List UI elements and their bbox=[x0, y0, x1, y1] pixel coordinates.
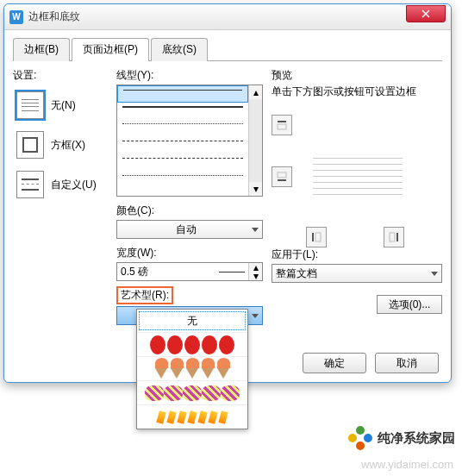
preview-bottom-border-button[interactable] bbox=[272, 166, 292, 187]
svg-rect-6 bbox=[396, 233, 398, 241]
art-dropdown-option-apples[interactable] bbox=[137, 332, 247, 356]
chevron-down-icon bbox=[431, 272, 438, 276]
app-icon: W bbox=[9, 10, 23, 24]
brand-text: 纯净系统家园 bbox=[378, 430, 455, 447]
line-style-label: 线型(Y): bbox=[116, 68, 263, 83]
svg-rect-7 bbox=[390, 233, 395, 241]
tab-strip: 边框(B) 页面边框(P) 底纹(S) bbox=[13, 37, 442, 61]
line-style-list[interactable]: ▴ ▾ bbox=[116, 85, 263, 197]
color-combo[interactable]: 自动 bbox=[116, 220, 263, 239]
color-value: 自动 bbox=[121, 222, 252, 237]
preview-right-border-button[interactable] bbox=[384, 227, 404, 247]
setting-box[interactable]: 方框(X) bbox=[13, 128, 108, 162]
setting-custom-icon bbox=[16, 171, 44, 198]
line-style-option[interactable] bbox=[117, 120, 248, 137]
tab-shading[interactable]: 底纹(S) bbox=[151, 38, 208, 61]
setting-none-icon bbox=[16, 91, 44, 119]
settings-column: 设置: 无(N) 方框(X) 自定义(U) bbox=[13, 68, 108, 344]
brand-badge: 纯净系统家园 bbox=[348, 426, 455, 450]
chevron-down-icon bbox=[252, 314, 259, 318]
spin-down-button[interactable]: ▾ bbox=[249, 272, 262, 280]
width-preview-line bbox=[219, 272, 245, 272]
art-dropdown[interactable]: 无 bbox=[136, 309, 248, 429]
preview-left-border-button[interactable] bbox=[306, 227, 327, 247]
width-value: 0.5 磅 bbox=[117, 265, 219, 279]
art-dropdown-option-icecream[interactable] bbox=[137, 356, 247, 380]
svg-rect-5 bbox=[315, 233, 321, 241]
line-scrollbar[interactable]: ▴ ▾ bbox=[248, 85, 262, 196]
ok-button[interactable]: 确定 bbox=[303, 353, 366, 373]
close-button[interactable] bbox=[406, 5, 446, 22]
chevron-down-icon bbox=[252, 228, 259, 232]
line-style-option[interactable] bbox=[117, 172, 248, 189]
line-style-option[interactable] bbox=[117, 154, 248, 172]
preview-top-border-button[interactable] bbox=[272, 115, 292, 135]
svg-rect-1 bbox=[278, 124, 286, 129]
svg-rect-2 bbox=[278, 179, 286, 181]
svg-rect-4 bbox=[312, 233, 314, 241]
width-spinner[interactable]: 0.5 磅 ▴ ▾ bbox=[116, 262, 263, 281]
svg-rect-0 bbox=[278, 121, 286, 122]
close-icon bbox=[421, 9, 430, 18]
scroll-down-button[interactable]: ▾ bbox=[249, 182, 262, 196]
tab-page-border[interactable]: 页面边框(P) bbox=[72, 38, 149, 61]
style-column: 线型(Y): ▴ ▾ 颜色( bbox=[116, 68, 263, 344]
setting-custom-label: 自定义(U) bbox=[51, 178, 97, 192]
settings-label: 设置: bbox=[13, 68, 108, 83]
art-dropdown-option-candy[interactable] bbox=[137, 404, 247, 429]
setting-box-icon bbox=[16, 131, 44, 159]
setting-none[interactable]: 无(N) bbox=[13, 88, 108, 122]
preview-area bbox=[272, 110, 442, 247]
setting-none-label: 无(N) bbox=[51, 98, 76, 113]
cancel-button[interactable]: 取消 bbox=[375, 353, 439, 373]
art-dropdown-option-swirl[interactable] bbox=[137, 380, 247, 404]
preview-label: 预览 bbox=[272, 68, 442, 83]
line-style-option[interactable] bbox=[117, 85, 248, 103]
dialog-title: 边框和底纹 bbox=[28, 9, 406, 24]
border-bottom-icon bbox=[276, 171, 288, 183]
art-label: 艺术型(R): bbox=[116, 286, 173, 304]
color-label: 颜色(C): bbox=[116, 204, 263, 218]
border-left-icon bbox=[310, 231, 322, 243]
line-style-option[interactable] bbox=[117, 103, 248, 120]
brand-logo-icon bbox=[348, 426, 372, 450]
width-label: 宽度(W): bbox=[116, 246, 263, 260]
setting-custom[interactable]: 自定义(U) bbox=[13, 167, 108, 202]
watermark: www.yidaimei.com bbox=[361, 458, 453, 471]
art-dropdown-none[interactable]: 无 bbox=[139, 311, 246, 330]
scroll-up-button[interactable]: ▴ bbox=[249, 85, 262, 99]
setting-box-label: 方框(X) bbox=[51, 138, 85, 153]
svg-rect-3 bbox=[278, 172, 286, 178]
preview-column: 预览 单击下方图示或按钮可设置边框 应用于(L): 整篇文档 bbox=[272, 68, 442, 344]
options-button[interactable]: 选项(0)... bbox=[377, 295, 442, 314]
apply-to-label: 应用于(L): bbox=[272, 247, 442, 262]
preview-page[interactable] bbox=[306, 118, 409, 204]
line-style-option[interactable] bbox=[117, 137, 248, 154]
preview-hint: 单击下方图示或按钮可设置边框 bbox=[272, 85, 442, 99]
apply-to-value: 整篇文档 bbox=[276, 266, 431, 281]
apply-to-combo[interactable]: 整篇文档 bbox=[272, 264, 442, 283]
tab-border[interactable]: 边框(B) bbox=[13, 38, 70, 61]
border-right-icon bbox=[388, 231, 400, 243]
titlebar[interactable]: W 边框和底纹 bbox=[4, 4, 451, 30]
border-top-icon bbox=[276, 119, 288, 131]
